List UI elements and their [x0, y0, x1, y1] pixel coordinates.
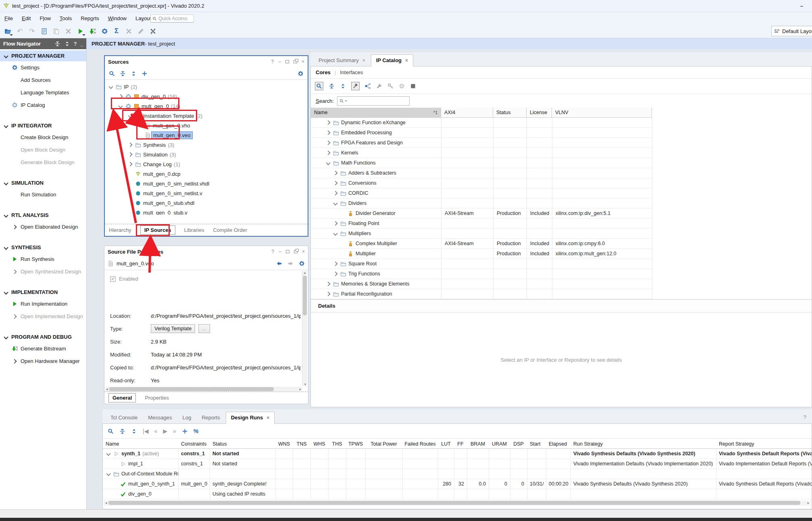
bottom-tab-reports[interactable]: Reports	[197, 412, 225, 423]
flow-section-header[interactable]: PROGRAM AND DEBUG	[0, 331, 86, 342]
tree-item-mult-gen-0[interactable]: mult_gen_0(14)	[105, 101, 308, 111]
sources-tab-libraries[interactable]: Libraries	[184, 227, 204, 233]
flow-item-run-synthesis[interactable]: Run Synthesis	[0, 253, 86, 265]
menu-flow[interactable]: Flow	[35, 14, 55, 23]
chevron-right-icon[interactable]	[325, 282, 331, 286]
chevron-right-icon[interactable]	[333, 181, 338, 185]
chevron-right-icon[interactable]	[333, 262, 338, 265]
flow-item-run-simulation[interactable]: Run Simulation	[0, 188, 86, 201]
back-arrow-icon[interactable]	[276, 260, 282, 267]
catalog-row-memories-storage-elements[interactable]: Memories & Storage Elements	[311, 279, 652, 289]
layout-selector[interactable]: Default Layout	[771, 26, 812, 36]
tree-item-mult-gen-0-dcp[interactable]: mult_gen_0.dcp	[105, 169, 308, 179]
chevron-right-icon[interactable]	[127, 153, 133, 156]
catalog-row-complex-multiplier[interactable]: Complex MultiplierAXI4-StreamProductionI…	[311, 239, 652, 249]
search-icon[interactable]	[109, 71, 115, 77]
catalog-row-partial-reconfiguration[interactable]: Partial Reconfiguration	[311, 289, 652, 299]
properties-panel-header[interactable]: Source File Properties ? – ×	[104, 246, 308, 257]
catalog-search-input[interactable]	[337, 96, 410, 106]
flow-item-add-sources[interactable]: Add Sources	[0, 74, 86, 86]
bottom-tab-tcl-console[interactable]: Tcl Console	[106, 412, 142, 423]
expand-all-icon[interactable]	[131, 71, 137, 77]
chevron-right-icon[interactable]	[333, 272, 338, 275]
type-select-button[interactable]: Verilog Template	[151, 324, 195, 333]
close-icon[interactable]: ×	[405, 58, 408, 63]
properties-vertical-scrollbar[interactable]: ▲▼	[302, 271, 307, 386]
properties-tab-general[interactable]: General	[108, 393, 136, 402]
runs-column-uram[interactable]: URAM	[489, 439, 510, 449]
collapse-all-icon[interactable]	[54, 41, 60, 47]
run-button[interactable]	[75, 26, 85, 36]
flow-item-open-synthesized-design[interactable]: Open Synthesized Design	[0, 265, 86, 278]
chevron-down-icon[interactable]	[127, 114, 133, 117]
close-icon[interactable]: ×	[302, 249, 305, 254]
tree-item-instantiation-template[interactable]: Instantiation Template(2)	[105, 111, 308, 121]
chevron-down-icon[interactable]	[106, 452, 111, 455]
chevron-down-icon[interactable]	[333, 202, 338, 205]
create-run-icon[interactable]	[182, 428, 188, 434]
chevron-down-icon[interactable]	[333, 232, 338, 235]
chevron-right-icon[interactable]	[127, 143, 133, 146]
redo-button[interactable]: ↷	[27, 26, 37, 36]
chevron-right-icon[interactable]	[127, 163, 133, 166]
maximize-icon[interactable]	[286, 250, 289, 253]
catalog-row-multipliers[interactable]: Multipliers	[311, 229, 652, 239]
settings-gear-icon[interactable]	[299, 260, 305, 267]
column-header-status[interactable]: Status	[493, 108, 527, 118]
runs-column-wns[interactable]: WNS	[275, 439, 293, 449]
run-row-mult-gen-0-synth-1[interactable]: mult_gen_0_synth_1mult_gen_0synth_design…	[103, 479, 812, 489]
flow-item-open-implemented-design[interactable]: Open Implemented Design	[0, 310, 86, 323]
collapse-all-icon[interactable]	[119, 428, 125, 434]
column-header-license[interactable]: License	[527, 108, 552, 118]
flow-item-language-templates[interactable]: Language Templates	[0, 86, 86, 99]
catalog-row-fpga-features-and-design[interactable]: FPGA Features and Design	[311, 138, 652, 148]
menu-tools[interactable]: Tools	[55, 14, 76, 23]
group-hierarchy-icon[interactable]	[365, 83, 371, 89]
minimize-icon[interactable]: –	[278, 59, 281, 65]
bottom-tab-messages[interactable]: Messages	[143, 412, 177, 423]
folder-open-button[interactable]	[2, 26, 13, 36]
run-row-synth-1[interactable]: synth_1 (active)constrs_1Not startedViva…	[103, 449, 812, 459]
flow-section-header[interactable]: IP INTEGRATOR	[0, 120, 86, 131]
flow-item-open-hardware-manager[interactable]: Open Hardware Manager	[0, 355, 86, 367]
expand-all-icon[interactable]	[64, 41, 70, 47]
flow-item-create-block-design[interactable]: Create Block Design	[0, 131, 86, 144]
runs-column-report_strategy[interactable]: Report Strategy	[716, 439, 812, 449]
delete-button[interactable]	[63, 26, 73, 36]
chevron-right-icon[interactable]	[325, 131, 331, 134]
search-icon[interactable]	[108, 428, 114, 434]
expand-all-icon[interactable]	[340, 83, 346, 89]
catalog-row-trig-functions[interactable]: Trig Functions	[311, 269, 652, 279]
flow-item-open-elaborated-design[interactable]: Open Elaborated Design	[0, 221, 86, 233]
sources-panel-header[interactable]: Sources ? – ×	[105, 56, 308, 67]
chevron-right-icon[interactable]	[325, 121, 331, 124]
settings-button[interactable]	[99, 26, 110, 36]
catalog-row-embedded-processing[interactable]: Embedded Processing	[311, 128, 652, 138]
sources-tab-ip-sources[interactable]: IP Sources	[140, 225, 175, 235]
flow-section-header[interactable]: SYNTHESIS	[0, 242, 86, 253]
menu-window[interactable]: Window	[104, 14, 131, 23]
run-row-out-of-context-module-runs[interactable]: Out-of-Context Module Runs	[103, 469, 812, 479]
expand-all-icon[interactable]	[131, 428, 137, 434]
runs-column-tpws[interactable]: TPWS	[346, 439, 365, 449]
runs-column-start[interactable]: Start	[527, 439, 546, 449]
runs-column-tns[interactable]: TNS	[293, 439, 310, 449]
sources-tab-compile-order[interactable]: Compile Order	[213, 227, 247, 233]
help-icon[interactable]: ?	[272, 249, 275, 254]
undo-button[interactable]: ↶	[15, 26, 25, 36]
sources-tab-hierarchy[interactable]: Hierarchy	[109, 227, 131, 233]
runs-column-whs[interactable]: WHS	[310, 439, 328, 449]
tree-item-mult-gen-0-sim-netlist-vhdl[interactable]: mult_gen_0_sim_netlist.vhdl	[105, 179, 308, 188]
runs-column-failed_routes[interactable]: Failed Routes	[402, 439, 438, 449]
catalog-row-divider-generator[interactable]: Divider GeneratorAXI4-StreamProductionIn…	[311, 208, 652, 219]
flow-section-header[interactable]: RTL ANALYSIS	[0, 210, 86, 221]
flow-item-generate-bitstream[interactable]: 0110Generate Bitstream	[0, 342, 86, 355]
pin-toggle[interactable]	[351, 82, 360, 90]
copy-button[interactable]	[51, 26, 61, 36]
tree-item-mult-gen-0-sim-netlist-v[interactable]: mult_gen_0_sim_netlist.v	[105, 188, 308, 198]
type-more-button[interactable]: ...	[198, 324, 210, 333]
chevron-right-icon[interactable]	[333, 222, 338, 225]
help-icon[interactable]: ?	[74, 41, 77, 47]
runs-column-run_strategy[interactable]: Run Strategy	[570, 439, 716, 449]
chevron-down-icon[interactable]	[325, 161, 331, 165]
